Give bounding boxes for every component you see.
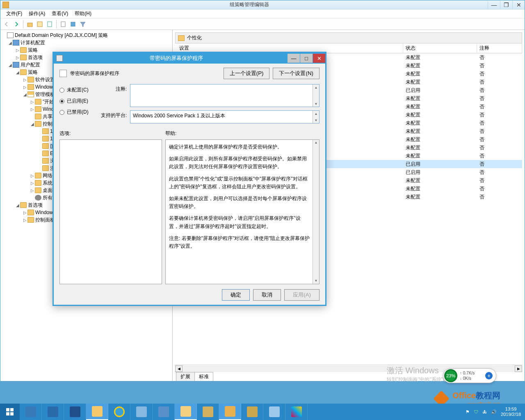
dialog-icon xyxy=(56,55,63,62)
task-explorer[interactable] xyxy=(42,404,64,420)
task-paint[interactable] xyxy=(285,404,308,420)
help-text: 如果启用此设置，则所有屏幕保护程序都受密码保护。如果禁用此设置，则无法对任何屏幕… xyxy=(169,155,310,171)
filter-button[interactable] xyxy=(78,20,87,29)
task-app4[interactable] xyxy=(241,404,263,420)
tab-standard[interactable]: 标准 xyxy=(194,372,213,381)
system-tray[interactable]: ⚑ 🛡 🖧 🔊 13:59 2019/2/18 xyxy=(461,404,525,420)
titlebar: 组策略管理编辑器 — ❐ ✕ xyxy=(0,0,525,9)
dialog-maximize-button[interactable]: □ xyxy=(300,54,313,63)
svg-rect-1 xyxy=(37,22,42,27)
help-text: 注意: 若要删除"屏幕保护程序"对话框，请使用"阻止更改屏幕保护程序"设置。 xyxy=(169,235,310,250)
task-powershell[interactable] xyxy=(64,404,86,420)
help-text: 此设置也禁用"个性化"或"显示控制面板"中"屏幕保护程序"对话框上的"密码保护"… xyxy=(169,175,310,191)
dialog-titlebar[interactable]: 带密码的屏幕保护程序 — □ ✕ xyxy=(54,53,325,64)
svg-rect-2 xyxy=(48,22,52,27)
task-app1[interactable] xyxy=(130,404,153,420)
help-label: 帮助: xyxy=(165,130,320,137)
help-text: 确定计算机上使用的屏幕保护程序是否受密码保护。 xyxy=(169,143,310,151)
tray-flag-icon[interactable]: ⚑ xyxy=(466,409,470,415)
category-title: 个性化 xyxy=(187,34,202,41)
dialog-header-row: 带密码的屏幕保护程序 上一个设置(P) 下一个设置(N) xyxy=(59,68,320,79)
export-button[interactable] xyxy=(45,20,54,29)
task-gpmc[interactable] xyxy=(175,404,197,420)
network-widget[interactable]: 23% ↑ 0.7K/s ↓ 0K/s + xyxy=(443,368,496,383)
prev-setting-button[interactable]: 上一个设置(P) xyxy=(224,68,270,79)
tree-root[interactable]: Default Domain Policy [AD.JLX.COM] 策略 xyxy=(2,32,172,39)
tray-shield-icon[interactable]: 🛡 xyxy=(474,409,478,414)
up-button[interactable] xyxy=(25,20,34,29)
window-buttons: — ❐ ✕ xyxy=(488,1,525,9)
tray-network-icon[interactable]: 🖧 xyxy=(482,409,487,414)
task-ie[interactable] xyxy=(108,404,130,420)
menu-help[interactable]: 帮助(H) xyxy=(72,9,94,18)
task-gpedit[interactable] xyxy=(219,404,241,420)
help-button[interactable] xyxy=(68,20,78,29)
col-status[interactable]: 状态 xyxy=(403,43,477,53)
help-box[interactable]: 确定计算机上使用的屏幕保护程序是否受密码保护。 如果启用此设置，则所有屏幕保护程… xyxy=(165,139,320,284)
cancel-button[interactable]: 取消 xyxy=(253,289,281,301)
start-button[interactable] xyxy=(0,404,20,420)
scroll-right-button[interactable]: ▶ xyxy=(515,365,522,372)
help-text: 如果未配置此设置，则用户可以选择是否对每个屏幕保护程序设置密码保护。 xyxy=(169,195,310,210)
task-server-manager[interactable] xyxy=(20,404,42,420)
task-app5[interactable] xyxy=(263,404,285,420)
net-plus-button[interactable]: + xyxy=(485,372,493,379)
supported-value: Windows 2000 Service Pack 1 及以上版本 xyxy=(133,113,225,119)
supported-field: Windows 2000 Service Pack 1 及以上版本 ▲▼ xyxy=(130,110,320,123)
help-text: 若要确保计算机将受密码保护，请启用"启用屏幕保护程序"设置，并通过"屏幕保护程序… xyxy=(169,215,310,230)
tab-extended[interactable]: 扩展 xyxy=(176,372,195,381)
next-setting-button[interactable]: 下一个设置(N) xyxy=(273,68,320,79)
menu-view[interactable]: 查看(V) xyxy=(49,9,71,18)
policy-dialog: 带密码的屏幕保护程序 — □ ✕ 带密码的屏幕保护程序 上一个设置(P) 下一个… xyxy=(52,52,326,306)
svg-rect-0 xyxy=(27,23,32,27)
task-file-explorer[interactable] xyxy=(86,404,108,420)
comment-label: 注释: xyxy=(100,84,127,93)
svg-rect-3 xyxy=(61,22,65,27)
setting-icon xyxy=(59,70,67,77)
net-percent: 23% xyxy=(444,369,457,382)
menu-file[interactable]: 文件(F) xyxy=(4,9,25,18)
scroll-left-button[interactable]: ◀ xyxy=(175,365,183,372)
properties-button[interactable] xyxy=(59,20,68,29)
comment-field[interactable]: ▲▼ xyxy=(130,84,320,107)
folder-icon xyxy=(178,35,185,41)
show-hide-button[interactable] xyxy=(35,20,44,29)
toolbar xyxy=(0,18,525,30)
app-icon xyxy=(2,2,9,8)
separator xyxy=(56,20,57,28)
tree-computer-config[interactable]: ◢计算机配置 xyxy=(2,39,172,46)
dialog-title: 带密码的屏幕保护程序 xyxy=(65,55,287,62)
setting-name: 带密码的屏幕保护程序 xyxy=(70,70,224,77)
net-stats: ↑ 0.7K/s ↓ 0K/s xyxy=(457,370,485,381)
window-title: 组策略管理编辑器 xyxy=(11,1,488,8)
ok-button[interactable]: 确定 xyxy=(222,289,250,301)
col-comment[interactable]: 注释 xyxy=(477,43,522,53)
apply-button: 应用(A) xyxy=(284,289,320,301)
menubar: 文件(F) 操作(A) 查看(V) 帮助(H) xyxy=(0,9,525,18)
menu-action[interactable]: 操作(A) xyxy=(26,9,48,18)
dialog-minimize-button[interactable]: — xyxy=(288,54,300,63)
forward-button[interactable] xyxy=(12,20,21,29)
taskbar: ⚑ 🛡 🖧 🔊 13:59 2019/2/18 xyxy=(0,404,525,420)
office-logo: Office教程网 xyxy=(452,390,500,401)
radio-not-configured[interactable]: 未配置(C) xyxy=(59,87,96,94)
radio-enabled[interactable]: 已启用(E) xyxy=(59,98,96,105)
task-app2[interactable] xyxy=(153,404,175,420)
minimize-button[interactable]: — xyxy=(488,1,500,9)
svg-rect-4 xyxy=(71,22,75,26)
state-radios: 未配置(C) 已启用(E) 已禁用(D) xyxy=(59,84,96,123)
maximize-button[interactable]: ❐ xyxy=(500,1,512,9)
close-button[interactable]: ✕ xyxy=(512,1,525,9)
radio-disabled[interactable]: 已禁用(D) xyxy=(59,109,96,116)
options-box[interactable] xyxy=(59,139,162,284)
back-button xyxy=(2,20,11,29)
options-label: 选项: xyxy=(59,130,162,137)
taskbar-clock[interactable]: 13:59 2019/2/18 xyxy=(501,406,521,417)
dialog-body: 带密码的屏幕保护程序 上一个设置(P) 下一个设置(N) 未配置(C) 已启用(… xyxy=(54,64,325,305)
tray-sound-icon[interactable]: 🔊 xyxy=(491,409,497,415)
task-app3[interactable] xyxy=(197,404,219,420)
supported-label: 支持的平台: xyxy=(100,110,127,119)
dialog-close-button[interactable]: ✕ xyxy=(313,54,325,63)
separator xyxy=(23,20,23,28)
category-header: 个性化 xyxy=(175,32,522,43)
